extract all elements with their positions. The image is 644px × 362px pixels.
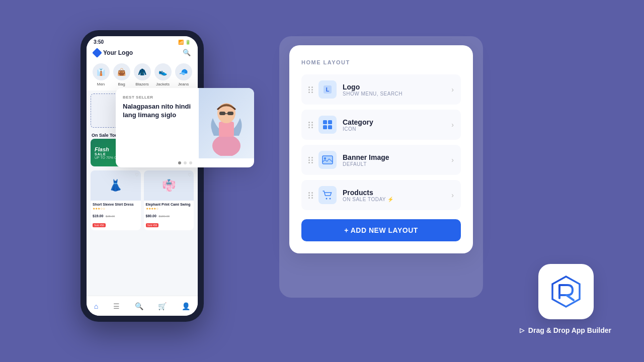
home-layout-panel: HOME LAYOUT L Logo SHOW MENU, SEARCH › (289, 45, 473, 253)
banner-chevron-icon: › (451, 156, 454, 164)
cat-icon-men: 👔 (93, 63, 110, 80)
dot-3 (189, 161, 192, 164)
svg-rect-4 (227, 112, 233, 115)
product-old-price-2: $180.00 (158, 215, 170, 218)
logo-area: Your Logo (94, 49, 133, 56)
category-bag[interactable]: 👜 Bag (113, 63, 130, 86)
category-jeans[interactable]: 🧢 Jeans (175, 63, 192, 86)
search-icon[interactable]: 🔍 (183, 49, 191, 56)
popup-content: BEST SELLER Nalagpasan nito hindi lang l… (116, 88, 254, 158)
category-chevron-icon: › (451, 121, 454, 129)
category-jackets[interactable]: 👟 Jackets (154, 63, 172, 86)
status-time: 3:50 (94, 39, 104, 45)
drag-drop-text: Drag & Drop App Builder (528, 326, 611, 334)
product-name-2: Elephant Print Cami Swing (146, 203, 192, 207)
popup-text: BEST SELLER Nalagpasan nito hindi lang l… (116, 88, 199, 158)
layout-item-logo[interactable]: L Logo SHOW MENU, SEARCH › (301, 74, 461, 105)
banner-item-info: Banner Image DEFAULT (343, 153, 451, 167)
cat-icon-jackets: 👟 (154, 63, 172, 80)
svg-rect-11 (328, 125, 332, 129)
logo-icon-box: L (318, 80, 337, 99)
products-icon-box (318, 186, 337, 204)
categories-row: 👔 Men 👜 Bag 🧥 Blazers 👟 Jackets 🧢 (87, 60, 198, 90)
cat-label-jeans: Jeans (178, 82, 189, 86)
popup-product-svg (204, 90, 249, 156)
svg-rect-1 (219, 122, 234, 137)
svg-rect-10 (323, 125, 327, 129)
layout-item-products[interactable]: Products ON SALE TODAY ⚡ › (301, 180, 461, 210)
category-item-sub: ICON (343, 126, 451, 132)
layout-item-banner[interactable]: Banner Image DEFAULT › (301, 145, 461, 175)
app-icon-svg (548, 274, 584, 309)
heart-icon-2[interactable]: ♡ (188, 172, 192, 177)
cat-label-men: Men (97, 82, 105, 86)
panel-title: HOME LAYOUT (301, 59, 461, 65)
product-name-1: Short Sleeve Shirt Dress (93, 203, 139, 207)
category-item-name: Category (343, 118, 451, 126)
add-layout-button[interactable]: + ADD NEW LAYOUT (301, 219, 461, 241)
app-icon-container (538, 264, 594, 319)
cat-icon-bag: 👜 (113, 63, 130, 80)
product-image-2: 👘 ♡ (144, 170, 194, 201)
svg-rect-8 (323, 120, 327, 124)
logo-item-name: Logo (343, 83, 451, 91)
nav-menu-icon[interactable]: ☰ (113, 302, 120, 310)
svg-text:L: L (326, 86, 330, 93)
nav-home-icon[interactable]: ⌂ (94, 302, 98, 310)
svg-rect-12 (323, 156, 333, 164)
drag-handle-logo (308, 86, 313, 93)
banner-item-sub: DEFAULT (343, 161, 451, 167)
category-icon-box (318, 116, 337, 134)
cat-label-bag: Bag (118, 82, 125, 86)
products-row: 👗 ♡ Short Sleeve Shirt Dress ★★★☆☆ $19.0… (87, 168, 198, 232)
status-icons: 📶 🔋 (178, 40, 191, 45)
svg-point-0 (212, 135, 240, 156)
logo-text: Your Logo (103, 49, 133, 56)
logo-item-sub: SHOW MENU, SEARCH (343, 91, 451, 97)
nav-profile-icon[interactable]: 👤 (182, 302, 190, 310)
phone-mockup: 3:50 📶 🔋 Your Logo 🔍 👔 Men (80, 30, 204, 322)
popup-image (199, 88, 254, 158)
product-stars-2: ★★★★☆ (146, 207, 192, 210)
category-men[interactable]: 👔 Men (93, 63, 110, 86)
svg-point-14 (324, 157, 326, 159)
products-cart-icon (322, 190, 333, 201)
product-info-1: Short Sleeve Shirt Dress ★★★☆☆ $19.00 $2… (91, 201, 141, 230)
nav-search-icon[interactable]: 🔍 (135, 302, 143, 310)
svg-rect-9 (328, 120, 332, 124)
product-card-1[interactable]: 👗 ♡ Short Sleeve Shirt Dress ★★★☆☆ $19.0… (91, 170, 141, 230)
logo-chevron-icon: › (451, 85, 454, 94)
svg-rect-3 (219, 112, 225, 115)
products-item-sub: ON SALE TODAY ⚡ (343, 197, 451, 202)
svg-point-16 (330, 198, 331, 200)
triangle-icon: ▷ (520, 327, 524, 334)
category-blazers[interactable]: 🧥 Blazers (134, 63, 151, 86)
nav-cart-icon[interactable]: 🛒 (158, 302, 167, 310)
layout-item-category[interactable]: Category ICON › (301, 110, 461, 140)
svg-point-15 (326, 198, 328, 200)
product-card-2[interactable]: 👘 ♡ Elephant Print Cami Swing ★★★★☆ $80.… (144, 170, 194, 230)
products-chevron-icon: › (451, 191, 454, 199)
product-price-1: $19.00 (93, 214, 103, 218)
cat-label-blazers: Blazers (135, 82, 149, 86)
product-stars-1: ★★★☆☆ (93, 207, 139, 210)
banner-item-name: Banner Image (343, 153, 451, 161)
cat-icon-jeans: 🧢 (175, 63, 192, 80)
sold-badge-1: Sold 456 (93, 223, 106, 227)
dot-2 (184, 161, 187, 164)
drag-drop-label: ▷ Drag & Drop App Builder (520, 326, 611, 334)
category-item-info: Category ICON (343, 118, 451, 132)
dot-1 (178, 161, 181, 164)
logo-item-info: Logo SHOW MENU, SEARCH (343, 83, 451, 97)
best-seller-badge: BEST SELLER (123, 95, 192, 100)
heart-icon-1[interactable]: ♡ (135, 172, 139, 177)
cat-label-jackets: Jackets (156, 82, 170, 86)
phone-header: Your Logo 🔍 (87, 46, 198, 60)
product-image-1: 👗 ♡ (91, 170, 141, 201)
sold-badge-2: Sold 456 (146, 223, 159, 227)
popup-title: Nalagpasan nito hindi lang limang siglo (123, 103, 192, 120)
products-item-name: Products (343, 189, 451, 197)
bottom-nav: ⌂ ☰ 🔍 🛒 👤 (87, 296, 198, 316)
wifi-icon: 📶 (178, 40, 184, 45)
battery-icon: 🔋 (185, 40, 191, 45)
